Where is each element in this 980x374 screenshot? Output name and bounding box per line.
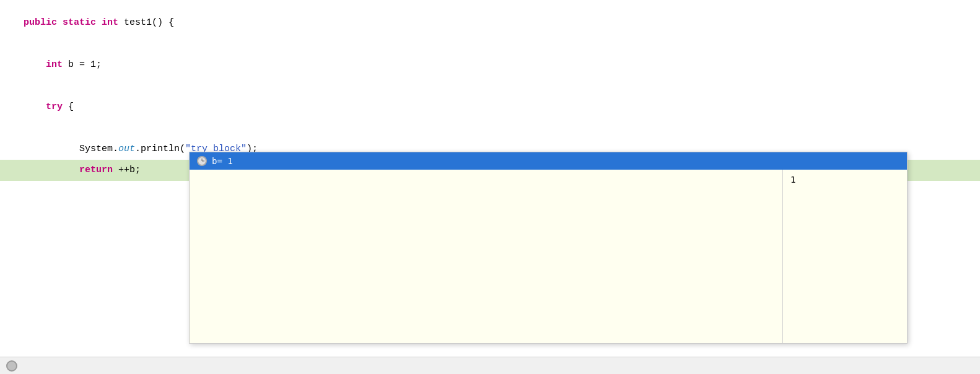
tooltip-header: b= 1 [190, 152, 907, 170]
bottom-status-bar [0, 357, 980, 374]
code-token: .println( [135, 139, 185, 160]
code-token: System. [79, 139, 118, 160]
variable-tooltip: b= 1 1 [189, 152, 908, 344]
code-line [0, 118, 980, 139]
tooltip-left-panel [190, 170, 783, 343]
code-token [12, 12, 24, 33]
code-token [12, 139, 79, 160]
code-token: ++b; [113, 160, 141, 181]
code-token: b = 1; [68, 54, 102, 76]
code-token: static [63, 12, 102, 33]
tooltip-numeric-value: 1 [790, 175, 795, 185]
code-line[interactable]: public static int test1() { [0, 12, 980, 33]
tooltip-value-label: b= 1 [212, 156, 233, 166]
code-token-return: return [79, 160, 113, 181]
code-token: { [63, 97, 74, 118]
code-token-try: try [46, 97, 63, 118]
code-token [12, 160, 79, 181]
code-line[interactable]: try { [0, 97, 980, 118]
code-line [0, 76, 980, 97]
code-token: public [24, 12, 63, 33]
code-line [0, 33, 980, 54]
code-token: int [102, 12, 124, 33]
code-line[interactable]: int b = 1; [0, 54, 980, 76]
code-token: out [118, 139, 135, 160]
watch-icon [197, 156, 207, 166]
tooltip-body: 1 [190, 170, 907, 343]
editor-container: public static int test1() { int b = 1; t… [0, 0, 980, 374]
code-token: int [46, 54, 68, 76]
code-token: test1() { [124, 12, 174, 33]
code-area[interactable]: public static int test1() { int b = 1; t… [0, 0, 980, 374]
status-dot [6, 360, 17, 372]
tooltip-right-panel: 1 [783, 170, 907, 343]
code-token [12, 54, 46, 76]
code-token [12, 97, 46, 118]
